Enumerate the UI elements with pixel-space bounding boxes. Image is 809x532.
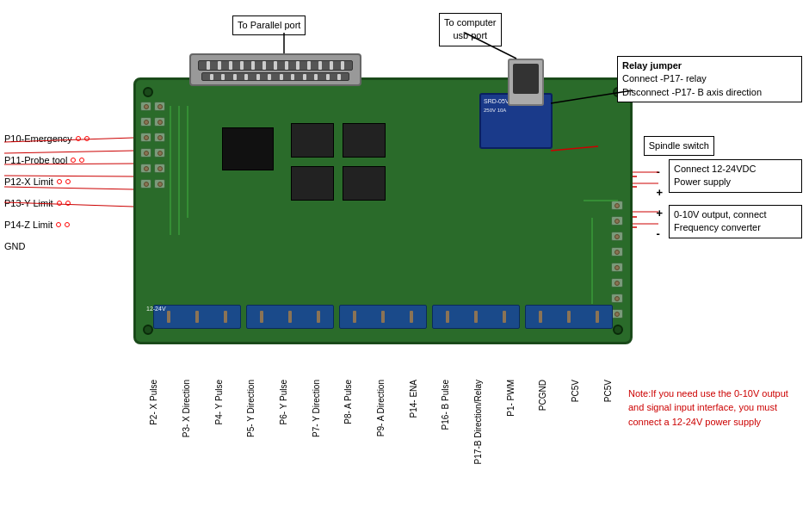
lt-screw — [154, 179, 165, 189]
right-terminal-group — [611, 201, 623, 319]
p10-dot2 — [84, 136, 90, 141]
rt-dot — [614, 250, 620, 255]
bottom-labels: P2- X Pulse P3- X Direction P4- Y Pulse … — [138, 373, 624, 532]
sec-ic-4 — [343, 166, 386, 201]
rt-dot — [614, 312, 620, 317]
lt-dot — [144, 166, 149, 171]
parallel-port-label: To Parallel port — [232, 15, 306, 35]
label-p14: P14-Z Limit — [4, 220, 90, 230]
conn-pin — [260, 311, 263, 323]
main-container: SRD-05VDC-SL-C250V 10A — [0, 0, 809, 532]
lt-dot — [157, 182, 163, 187]
parallel-port-connector — [189, 53, 361, 86]
sign-plus-1: + — [656, 186, 663, 199]
lt-dot — [157, 135, 163, 140]
lt-screw — [140, 133, 151, 142]
label-p11: P11-Probe tool — [4, 155, 90, 165]
rt-dot — [614, 234, 620, 239]
bl-p14-ena: P14- ENA — [409, 380, 418, 418]
conn-pin — [503, 311, 506, 323]
label-p12: P12-X Limit — [4, 176, 90, 187]
lt-row-5 — [140, 164, 165, 173]
lt-screw — [140, 179, 151, 189]
lt-dot — [144, 135, 149, 140]
lt-screw — [140, 164, 151, 173]
p10-dot — [76, 136, 81, 141]
lt-row-4 — [140, 148, 165, 158]
mount-hole-tl — [143, 87, 153, 97]
rt-dot — [614, 219, 620, 224]
ic-area — [205, 119, 403, 222]
p11-dot — [71, 158, 76, 163]
pcb-board: SRD-05VDC-SL-C250V 10A — [133, 77, 633, 344]
conn-pin — [288, 311, 292, 323]
p14-dot2 — [65, 222, 70, 227]
lt-row-3 — [140, 133, 165, 142]
bl-p3: P3- X Direction — [182, 380, 191, 437]
conn-block-4 — [432, 305, 520, 329]
bl-pcgnd: PCGND — [538, 380, 547, 411]
lt-screw — [154, 117, 165, 127]
bl-p2: P2- X Pulse — [149, 380, 158, 425]
bl-p16: P16- B Pulse — [441, 380, 450, 430]
p11-dot2 — [79, 158, 84, 163]
bl-p8: P8- A Pulse — [343, 380, 353, 424]
bl-p17: P17-B Direction/Relay — [473, 380, 483, 464]
conn-pin — [539, 311, 542, 323]
lt-dot — [157, 120, 163, 125]
usb-port-label: To computerusb port — [439, 13, 502, 46]
conn-pin — [167, 311, 170, 323]
p12-dot2 — [65, 179, 71, 184]
conn-pin — [567, 311, 571, 323]
conn-block-2 — [246, 305, 334, 329]
lt-screw — [140, 148, 151, 158]
sign-minus-1: - — [656, 165, 663, 178]
conn-block-3 — [339, 305, 427, 329]
sign-plus-2: + — [656, 207, 663, 220]
rt-dot — [614, 296, 620, 301]
label-p10: P10-Emergency — [4, 133, 90, 144]
conn-pin — [381, 311, 385, 323]
sign-minus-2: - — [656, 227, 663, 240]
sec-ic-2 — [343, 123, 386, 158]
p14-dot — [56, 222, 61, 227]
lt-dot — [144, 104, 149, 109]
main-ic — [222, 127, 274, 170]
lt-row-2 — [140, 117, 165, 127]
power-supply-label: Connect 12-24VDC Power supply — [669, 159, 802, 193]
p12-dot — [57, 179, 62, 184]
lt-screw — [140, 117, 151, 127]
sec-ic-1 — [291, 123, 334, 158]
rt-screw-7 — [611, 294, 623, 303]
conn-pin — [224, 311, 227, 323]
lt-dot — [157, 151, 163, 156]
p13-dot — [57, 201, 62, 206]
lt-row-1 — [140, 102, 165, 111]
lt-screw — [154, 148, 165, 158]
conn-pin — [410, 311, 413, 323]
rt-screw-8 — [611, 309, 623, 319]
bl-p7: P7- Y Direction — [312, 380, 321, 437]
rt-dot — [614, 203, 620, 208]
lt-screw — [154, 164, 165, 173]
conn-pin — [596, 311, 599, 323]
bl-p6: P6- Y Pulse — [279, 380, 288, 424]
db25-pins — [198, 60, 353, 71]
lt-screw — [154, 133, 165, 142]
label-p13: P13-Y Limit — [4, 198, 90, 208]
lt-screw — [154, 102, 165, 111]
bl-p5: P5- Y Direction — [246, 380, 256, 437]
sec-ic-3 — [291, 166, 334, 201]
p13-dot2 — [65, 201, 71, 206]
voltage-label: 12-24V — [146, 306, 166, 312]
rt-screw-1 — [611, 201, 623, 210]
lt-dot — [157, 104, 163, 109]
lt-screw — [140, 102, 151, 111]
rt-screw-4 — [611, 247, 623, 257]
rt-dot — [614, 265, 620, 270]
right-signs-container: - + + - — [656, 165, 663, 240]
rt-screw-3 — [611, 232, 623, 241]
bl-p1-pwm: P1- PWM — [506, 380, 516, 417]
rt-screw-2 — [611, 216, 623, 226]
bl-pc5v-1: PC5V — [571, 380, 580, 402]
